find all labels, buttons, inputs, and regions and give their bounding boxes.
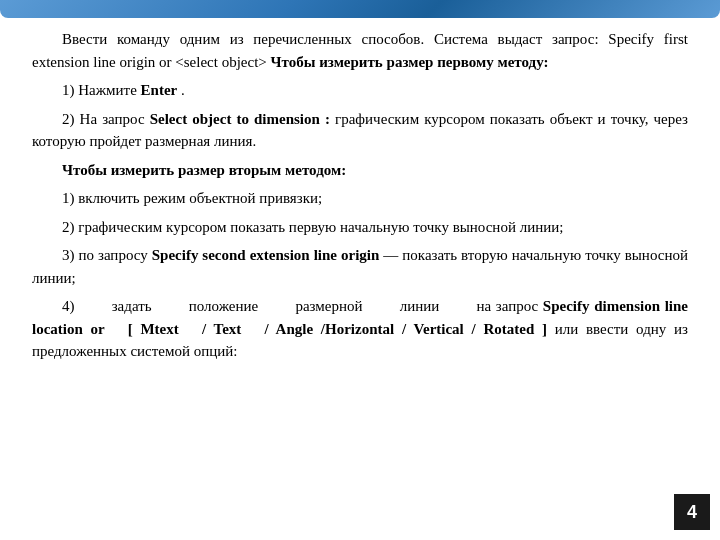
item2-3-prefix: 3) по запросу [62,247,152,263]
item2-4-prefix: 4) задать положение размерной линии на з… [62,298,543,314]
item2-3-bold: Specify second extension line origin [152,247,380,263]
item1-enter: Enter [141,82,178,98]
main-content: Ввести команду одним из перечисленных сп… [0,0,720,389]
item-2-4: 4) задать положение размерной линии на з… [32,295,688,363]
item2-1-text: 1) включить режим объектной привязки; [62,190,322,206]
item-2-2: 2) графическим курсором показать первую … [32,216,688,239]
section-heading-2: Чтобы измерить размер вторым методом: [32,159,688,182]
heading2-text: Чтобы измерить размер вторым методом: [62,162,346,178]
page-number: 4 [674,494,710,530]
item-1: 1) Нажмите Enter . [32,79,688,102]
page-number-value: 4 [687,499,697,526]
item-2-3: 3) по запросу Specify second extension l… [32,244,688,289]
item1-prefix: 1) Нажмите [62,82,141,98]
item-2-1: 1) включить режим объектной привязки; [32,187,688,210]
item2-2-text: 2) графическим курсором показать первую … [62,219,563,235]
item-2: 2) На запрос Select object to dimension … [32,108,688,153]
item1-suffix: . [177,82,185,98]
top-decoration [0,0,720,18]
para1-bold: Чтобы измерить размер первому методу: [267,54,549,70]
item2-bold: Select object to dimension : [150,111,330,127]
paragraph-1: Ввести команду одним из перечисленных сп… [32,28,688,73]
item2-prefix: 2) На запрос [62,111,150,127]
